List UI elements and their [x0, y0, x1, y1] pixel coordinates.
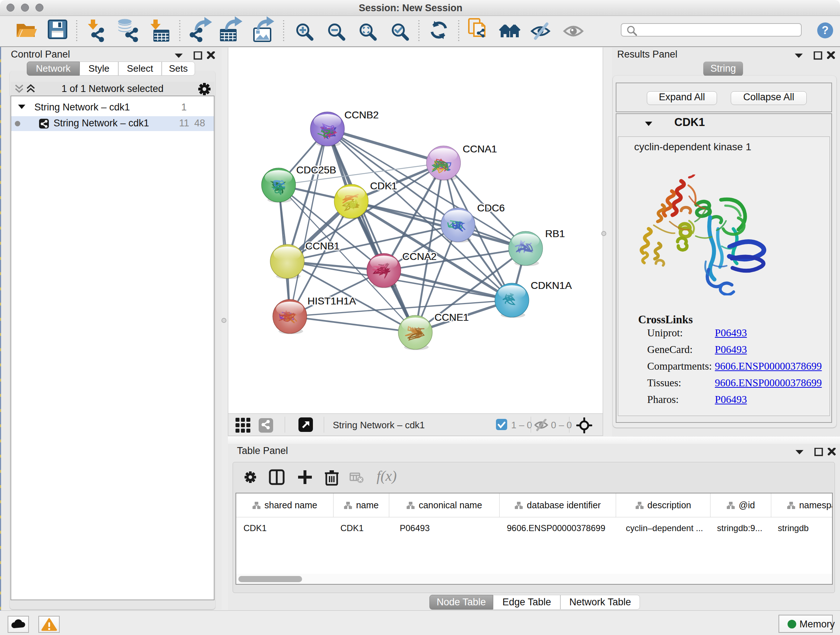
svg-text:CDKN1A: CDKN1A — [531, 280, 572, 291]
svg-text:CDC25B: CDC25B — [296, 165, 336, 176]
svg-text:CCNB1: CCNB1 — [305, 241, 340, 252]
svg-text:CCNE1: CCNE1 — [434, 312, 469, 323]
svg-text:RB1: RB1 — [545, 228, 565, 239]
svg-text:HIST1H1A: HIST1H1A — [308, 295, 356, 307]
svg-text:CCNA1: CCNA1 — [463, 143, 497, 155]
svg-text:CCNA2: CCNA2 — [402, 251, 437, 262]
svg-text:CDC6: CDC6 — [477, 203, 505, 214]
svg-text:CDK1: CDK1 — [370, 180, 397, 192]
svg-text:CCNB2: CCNB2 — [344, 109, 379, 120]
